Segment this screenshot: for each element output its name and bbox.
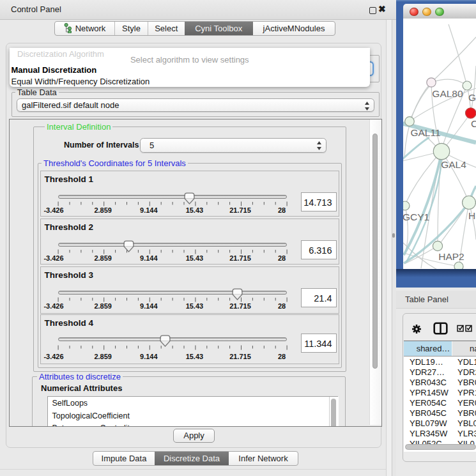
svg-text:GAL80: GAL80 bbox=[432, 88, 463, 99]
svg-text:GA: GA bbox=[468, 92, 476, 103]
svg-text:CR: CR bbox=[471, 118, 476, 129]
svg-text:GCY1: GCY1 bbox=[403, 211, 429, 222]
svg-text:H: H bbox=[468, 210, 475, 221]
svg-text:GAL11: GAL11 bbox=[410, 127, 440, 138]
svg-text:HAP2: HAP2 bbox=[438, 251, 464, 262]
svg-text:GAL4: GAL4 bbox=[441, 159, 466, 170]
